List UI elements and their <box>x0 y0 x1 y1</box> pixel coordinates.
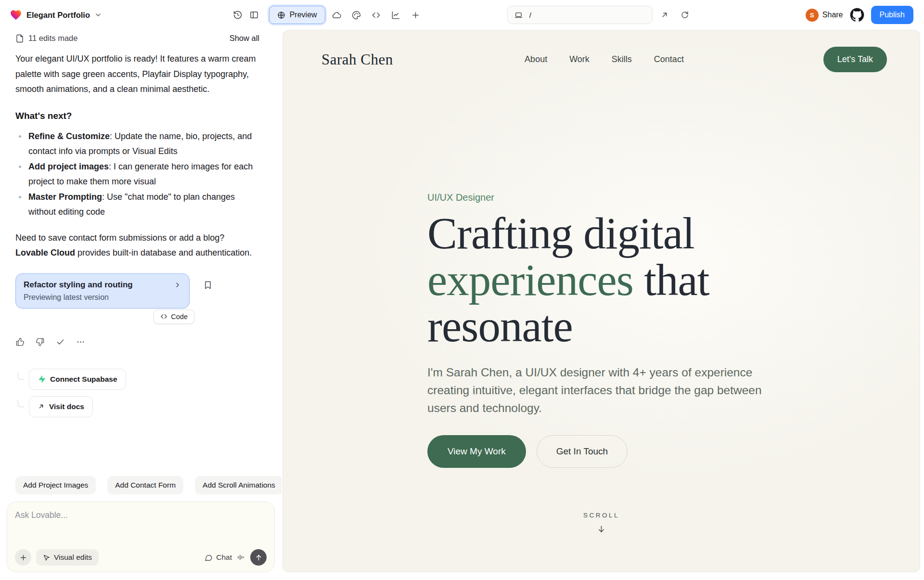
chat-sidebar: 11 edits made Show all Your elegant UI/U… <box>0 30 282 580</box>
cloud-note-text: provides built-in database and authentic… <box>75 248 252 258</box>
attach-plus-icon[interactable] <box>15 549 31 566</box>
whats-next-heading: What's next? <box>15 111 259 121</box>
supabase-icon <box>38 375 46 383</box>
check-icon[interactable] <box>56 337 65 347</box>
code-icon[interactable] <box>368 7 385 23</box>
connect-supabase-row: Connect Supabase <box>15 369 259 390</box>
cloud-note-bold: Lovable Cloud <box>15 248 75 258</box>
visual-edits-icon <box>43 554 50 561</box>
hero-bio: I'm Sarah Chen, a UI/UX designer with 4+… <box>427 363 786 417</box>
site-header: Sarah Chen About Work Skills Contact Let… <box>283 30 920 72</box>
thumbs-down-icon[interactable] <box>36 337 45 347</box>
assistant-intro: Your elegant UI/UX portfolio is ready! I… <box>15 52 259 97</box>
cloud-note: Need to save contact form submissions or… <box>15 231 259 261</box>
visit-docs-row: Visit docs <box>15 396 259 417</box>
refresh-icon[interactable] <box>677 7 693 23</box>
connect-supabase-button[interactable]: Connect Supabase <box>29 369 126 390</box>
bullet-dot <box>19 166 21 168</box>
share-button[interactable]: S Share <box>806 9 843 22</box>
tree-connector <box>18 400 24 407</box>
heading-accent: experiences <box>427 255 633 305</box>
visit-docs-button[interactable]: Visit docs <box>29 396 93 417</box>
suggestion-chip[interactable]: Add Contact Form <box>107 476 183 494</box>
globe-icon <box>277 11 285 19</box>
cloud-icon[interactable] <box>329 7 345 23</box>
code-chip-label: Code <box>171 313 188 321</box>
lets-talk-button[interactable]: Let's Talk <box>823 47 887 72</box>
device-icon <box>514 11 523 19</box>
composer: Visual edits Chat <box>7 502 275 572</box>
suggestion-chip[interactable]: Add Project Images <box>15 476 96 494</box>
visit-docs-label: Visit docs <box>49 402 84 411</box>
connect-supabase-label: Connect Supabase <box>50 375 117 384</box>
preview-panel: Sarah Chen About Work Skills Contact Let… <box>282 30 920 572</box>
chat-bubble-icon <box>205 554 213 562</box>
send-button[interactable] <box>250 549 267 566</box>
open-external-icon[interactable] <box>656 7 673 23</box>
heading-line1: Crafting digital <box>427 208 694 258</box>
edits-summary: 11 edits made <box>28 34 77 43</box>
bookmark-icon[interactable] <box>203 280 213 290</box>
arrow-down-icon <box>597 525 606 534</box>
more-options-icon[interactable] <box>76 337 85 347</box>
voice-input-icon[interactable] <box>237 553 245 562</box>
scroll-label: SCROLL <box>583 512 619 519</box>
view-my-work-button[interactable]: View My Work <box>427 435 526 468</box>
version-card-title: Refactor styling and routing <box>24 280 133 290</box>
composer-input[interactable] <box>15 510 267 520</box>
code-chip-button[interactable]: Code <box>154 309 194 324</box>
topbar-right: S Share Publish <box>806 6 913 24</box>
cloud-note-text: Need to save contact form submissions or… <box>15 233 224 243</box>
bullet-bold: Add project images <box>28 162 109 171</box>
version-card-subtitle: Previewing latest version <box>24 293 181 302</box>
hero-heading: Crafting digital experiences that resona… <box>427 210 812 350</box>
get-in-touch-button[interactable]: Get In Touch <box>537 435 628 468</box>
bullet-bold: Refine & Customize <box>28 131 110 141</box>
avatar: S <box>806 9 819 22</box>
hero-eyebrow: UI/UX Designer <box>427 192 812 203</box>
nav-link-about[interactable]: About <box>525 54 547 64</box>
tree-connector <box>18 373 24 380</box>
external-link-icon <box>38 403 45 410</box>
list-item: Master Prompting: Use "chat mode" to pla… <box>15 190 259 220</box>
show-all-button[interactable]: Show all <box>230 34 259 43</box>
panel-layout-icon[interactable] <box>246 7 262 23</box>
edits-icon <box>15 34 24 43</box>
project-switcher[interactable]: Elegant Portfolio <box>10 9 102 21</box>
version-card-wrap: Refactor styling and routing Previewing … <box>15 273 190 309</box>
code-icon <box>160 313 167 320</box>
composer-toolbar: Visual edits Chat <box>15 549 267 566</box>
suggestion-chip[interactable]: Add Scroll Animations <box>195 476 282 494</box>
nav-link-skills[interactable]: Skills <box>612 54 632 64</box>
topbar: Elegant Portfolio Preview <box>0 0 924 30</box>
visual-edits-button[interactable]: Visual edits <box>36 549 99 566</box>
thumbs-up-icon[interactable] <box>15 337 25 347</box>
heading-line3: resonate <box>427 301 573 351</box>
feedback-row <box>15 337 259 347</box>
url-path: / <box>529 11 531 19</box>
history-icon[interactable] <box>230 7 246 23</box>
hero-cta-row: View My Work Get In Touch <box>427 435 812 468</box>
list-item: Refine & Customize: Update the name, bio… <box>15 129 259 159</box>
list-item: Add project images: I can generate hero … <box>15 159 259 190</box>
chat-mode-label: Chat <box>216 553 232 562</box>
version-card[interactable]: Refactor styling and routing Previewing … <box>15 273 190 309</box>
analytics-chart-icon[interactable] <box>388 7 404 23</box>
bullet-dot <box>19 135 21 138</box>
chat-scroll-area[interactable]: 11 edits made Show all Your elegant UI/U… <box>0 30 282 476</box>
palette-icon[interactable] <box>348 7 365 23</box>
publish-button[interactable]: Publish <box>871 6 913 24</box>
nav-link-work[interactable]: Work <box>569 54 590 64</box>
add-tab-icon[interactable] <box>408 7 424 23</box>
bullet-dot <box>19 196 21 198</box>
mode-toolbar: Preview <box>269 6 424 24</box>
preview-button[interactable]: Preview <box>269 6 325 24</box>
url-bar[interactable]: / <box>507 6 653 24</box>
nav-link-contact[interactable]: Contact <box>654 54 684 64</box>
url-group: / <box>507 6 693 24</box>
suggestion-chips-row: Add Project Images Add Contact Form Add … <box>15 476 282 494</box>
github-icon[interactable] <box>850 8 864 22</box>
edits-summary-row: 11 edits made Show all <box>15 34 259 43</box>
chat-mode-button[interactable]: Chat <box>205 553 232 562</box>
heading-line2-rest: that <box>633 255 709 305</box>
